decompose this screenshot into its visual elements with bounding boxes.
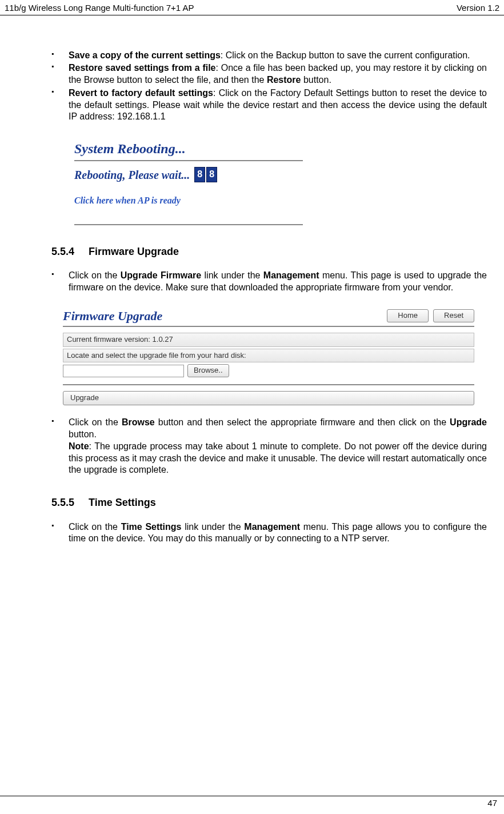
body-text: Click on the [69, 522, 121, 532]
bold-text: Restore [267, 75, 301, 85]
reboot-title: System Rebooting... [74, 140, 303, 158]
firmware-upgrade-title: Firmware Upgrade [63, 308, 162, 325]
file-select-row: Browse.. [63, 364, 474, 377]
section-title: Firmware Upgrade [89, 246, 179, 257]
countdown-digit: 8 [194, 167, 205, 182]
body-text: Click on the [69, 417, 122, 427]
list-item: Click on the Time Settings link under th… [51, 521, 487, 545]
bullet-list-4: Click on the Time Settings link under th… [51, 521, 487, 545]
bold-text: Browse [122, 417, 155, 427]
page-number: 47 [487, 798, 497, 808]
fw-buttons: Home Reset [387, 309, 474, 325]
ap-ready-link[interactable]: Click here when AP is ready [74, 195, 303, 207]
section-heading-555: 5.5.5 Time Settings [51, 496, 487, 509]
body-text: button. [69, 429, 97, 439]
screenshot-firmware-upgrade: Firmware Upgrade Home Reset Current firm… [63, 308, 474, 405]
list-item: Revert to factory default settings: Clic… [51, 87, 487, 123]
reboot-wait-row: Rebooting, Please wait... 8 8 [74, 167, 303, 182]
section-heading-554: 5.5.4 Firmware Upgrade [51, 245, 487, 258]
bold-text: Upgrade [450, 417, 487, 427]
bold-text: Management [263, 270, 319, 280]
fw-top-row: Firmware Upgrade Home Reset [63, 308, 474, 325]
fw-version-row: Current firmware version: 1.0.27 [63, 333, 474, 347]
section-title: Time Settings [89, 497, 156, 508]
section-number: 5.5.5 [51, 496, 86, 509]
divider [74, 160, 303, 161]
list-item: Click on the Upgrade Firmware link under… [51, 270, 487, 294]
bold-text: Upgrade Firmware [121, 270, 201, 280]
body-text: button and then select the appropriate f… [155, 417, 450, 427]
reboot-wait-text: Rebooting, Please wait... [74, 167, 190, 182]
list-item: Click on the Browse button and then sele… [51, 417, 487, 476]
upgrade-row: Upgrade [63, 391, 474, 405]
content: Save a copy of the current settings: Cli… [0, 15, 504, 545]
page-header: 11b/g Wireless Long Range Multi-function… [0, 0, 504, 15]
divider [74, 224, 303, 225]
reset-button[interactable]: Reset [433, 309, 474, 322]
browse-button[interactable]: Browse.. [187, 364, 229, 377]
upgrade-button[interactable]: Upgrade [63, 391, 474, 405]
bullet-list-2: Click on the Upgrade Firmware link under… [51, 270, 487, 294]
body-text: link under the [201, 270, 263, 280]
countdown-digit: 8 [206, 167, 217, 182]
body-text: link under the [182, 522, 245, 532]
body-text: button. [301, 75, 331, 85]
divider [63, 326, 474, 327]
bullet-list-3: Click on the Browse button and then sele… [51, 417, 487, 476]
home-button[interactable]: Home [387, 309, 429, 322]
body-text: : Click on the Backup button to save the… [221, 50, 470, 60]
countdown-icon: 8 8 [193, 167, 217, 182]
header-right: Version 1.2 [457, 2, 499, 14]
divider [63, 384, 474, 385]
page: 11b/g Wireless Long Range Multi-function… [0, 0, 504, 814]
bold-text: Management [244, 522, 300, 532]
section-number: 5.5.4 [51, 245, 86, 258]
fw-locate-row: Locate and select the upgrade file from … [63, 349, 474, 363]
list-item: Save a copy of the current settings: Cli… [51, 50, 487, 62]
list-item: Restore saved settings from a file: Once… [51, 62, 487, 86]
header-left: 11b/g Wireless Long Range Multi-function… [5, 2, 194, 14]
file-path-input[interactable] [63, 365, 184, 377]
bold-text: Restore saved settings from a file [69, 63, 216, 73]
screenshot-system-rebooting: System Rebooting... Rebooting, Please wa… [74, 140, 303, 225]
bold-text: Revert to factory default settings [69, 88, 213, 98]
bullet-list-1: Save a copy of the current settings: Cli… [51, 50, 487, 123]
body-text: : The upgrade process may take about 1 m… [69, 441, 487, 475]
page-footer: 47 [0, 796, 504, 809]
bold-text: Time Settings [121, 522, 182, 532]
body-text: Click on the [69, 270, 121, 280]
bold-text: Save a copy of the current settings [69, 50, 221, 60]
bold-text: Note [69, 441, 89, 451]
